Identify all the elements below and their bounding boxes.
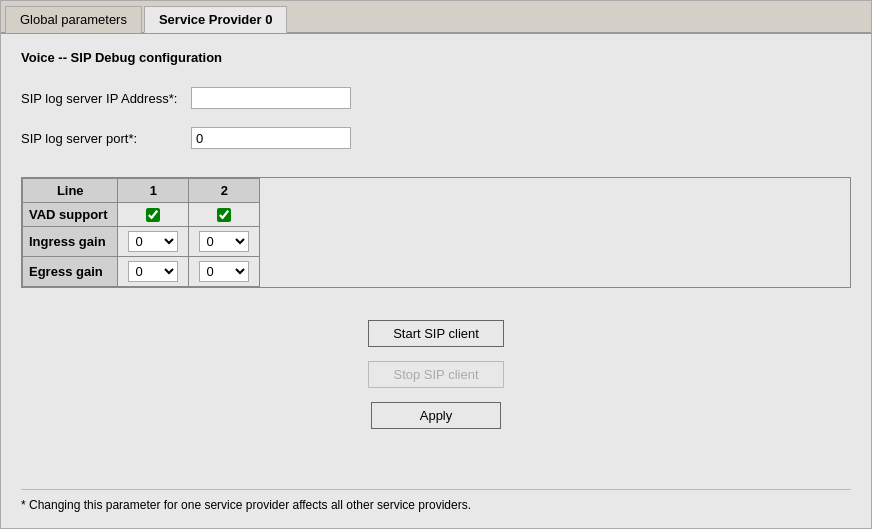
content-area: Voice -- SIP Debug configuration SIP log… [1, 34, 871, 528]
main-container: Global parameters Service Provider 0 Voi… [0, 0, 872, 529]
vad-col1 [118, 203, 189, 227]
vad-label: VAD support [23, 203, 118, 227]
sip-log-server-port-row: SIP log server port*: [21, 127, 851, 149]
vad-checkbox-1[interactable] [146, 208, 160, 222]
table-row-ingress: Ingress gain 0 1 2 -1 [23, 227, 260, 257]
ingress-label: Ingress gain [23, 227, 118, 257]
sip-log-server-port-label: SIP log server port*: [21, 131, 191, 146]
sip-log-server-ip-label: SIP log server IP Address*: [21, 91, 191, 106]
start-sip-client-button[interactable]: Start SIP client [368, 320, 504, 347]
tab-service-provider-0[interactable]: Service Provider 0 [144, 6, 287, 33]
ingress-gain-select-2[interactable]: 0 1 2 -1 [199, 231, 249, 252]
section-title: Voice -- SIP Debug configuration [21, 50, 851, 65]
ingress-col1: 0 1 2 -1 [118, 227, 189, 257]
col-1: 1 [118, 179, 189, 203]
sip-log-server-ip-row: SIP log server IP Address*: [21, 87, 851, 109]
buttons-area: Start SIP client Stop SIP client Apply [21, 320, 851, 429]
col-2: 2 [189, 179, 260, 203]
vad-col2 [189, 203, 260, 227]
col-line: Line [23, 179, 118, 203]
ingress-gain-select-1[interactable]: 0 1 2 -1 [128, 231, 178, 252]
apply-button[interactable]: Apply [371, 402, 501, 429]
egress-gain-select-2[interactable]: 0 1 2 -1 [199, 261, 249, 282]
egress-gain-select-1[interactable]: 0 1 2 -1 [128, 261, 178, 282]
egress-label: Egress gain [23, 257, 118, 287]
egress-col2: 0 1 2 -1 [189, 257, 260, 287]
sip-log-server-ip-input[interactable] [191, 87, 351, 109]
tab-global-parameters[interactable]: Global parameters [5, 6, 142, 33]
tabs-bar: Global parameters Service Provider 0 [1, 1, 871, 34]
footnote: * Changing this parameter for one servic… [21, 489, 851, 512]
ingress-col2: 0 1 2 -1 [189, 227, 260, 257]
config-table: Line 1 2 VAD support [21, 177, 851, 288]
sip-log-server-port-input[interactable] [191, 127, 351, 149]
vad-checkbox-2[interactable] [217, 208, 231, 222]
egress-col1: 0 1 2 -1 [118, 257, 189, 287]
stop-sip-client-button[interactable]: Stop SIP client [368, 361, 503, 388]
table-row-vad: VAD support [23, 203, 260, 227]
table-row-egress: Egress gain 0 1 2 -1 [23, 257, 260, 287]
